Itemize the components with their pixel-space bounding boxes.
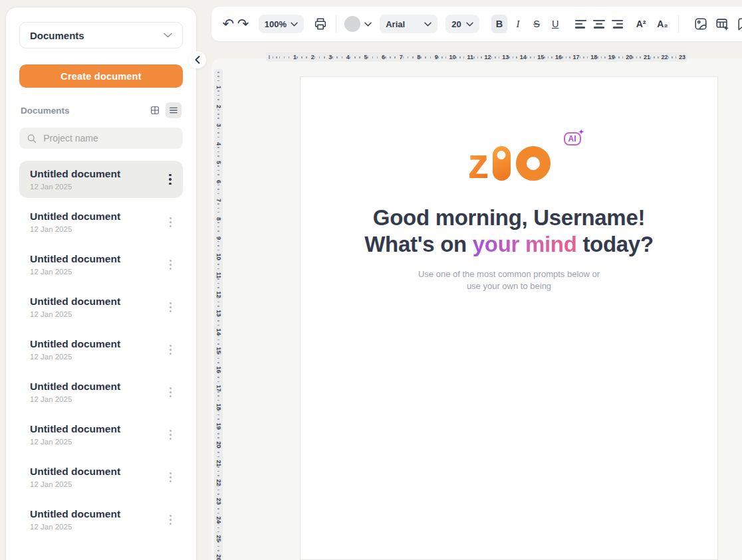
document-menu-button[interactable] xyxy=(162,294,179,320)
italic-button[interactable]: I xyxy=(510,15,526,33)
document-list-item[interactable]: Untitled document 12 Jan 2025 xyxy=(19,416,183,453)
document-list-item[interactable]: Untitled document 12 Jan 2025 xyxy=(19,373,183,411)
document-title: Untitled document xyxy=(30,338,120,350)
document-title: Untitled document xyxy=(30,381,120,393)
sidebar-collapse-button[interactable] xyxy=(189,51,206,68)
document-meta: Untitled document 12 Jan 2025 xyxy=(30,168,120,191)
document-menu-button[interactable] xyxy=(162,507,179,532)
document-menu-button[interactable] xyxy=(162,167,179,192)
logo-o-shape xyxy=(516,146,551,181)
document-date: 12 Jan 2025 xyxy=(30,353,120,361)
document-title: Untitled document xyxy=(30,508,120,520)
search-box[interactable] xyxy=(19,128,183,149)
zoom-value: 100% xyxy=(265,19,287,29)
vertical-ruler[interactable]: 1234567891011121314151617181920212223242… xyxy=(214,69,223,560)
search-icon xyxy=(27,134,36,143)
document-meta: Untitled document 12 Jan 2025 xyxy=(30,423,120,446)
bold-button[interactable]: B xyxy=(491,15,507,33)
grid-view-icon xyxy=(151,105,159,116)
document-meta: Untitled document 12 Jan 2025 xyxy=(30,211,120,233)
greeting-line2: What's on your mind today? xyxy=(364,232,654,256)
chevron-left-icon xyxy=(195,56,200,64)
document-title: Untitled document xyxy=(30,253,120,265)
document-meta: Untitled document 12 Jan 2025 xyxy=(30,338,120,361)
insert-image-button[interactable] xyxy=(693,17,708,31)
redo-button[interactable]: ↷ xyxy=(235,14,250,34)
search-input[interactable] xyxy=(42,132,175,144)
color-swatch xyxy=(344,16,360,32)
align-left-button[interactable] xyxy=(575,20,586,29)
document-page[interactable]: z AI ✦ Good morning, Username! What's on… xyxy=(300,76,718,560)
list-view-icon xyxy=(170,106,178,114)
workspace-selector[interactable]: Documents xyxy=(19,22,183,48)
document-date: 12 Jan 2025 xyxy=(30,523,120,531)
document-menu-button[interactable] xyxy=(162,422,179,447)
insert-table-button[interactable] xyxy=(715,17,729,31)
document-title: Untitled document xyxy=(30,168,120,180)
document-list-item[interactable]: Untitled document 12 Jan 2025 xyxy=(19,203,183,240)
document-list-item[interactable]: Untitled document 12 Jan 2025 xyxy=(19,161,183,198)
document-menu-button[interactable] xyxy=(162,252,179,277)
toolbar-divider xyxy=(678,15,679,33)
document-list: Untitled document 12 Jan 2025 Untitled d… xyxy=(6,161,196,538)
document-list-item[interactable]: Untitled document 12 Jan 2025 xyxy=(19,458,183,496)
comments-button[interactable] xyxy=(737,17,742,31)
ai-badge: AI ✦ xyxy=(564,132,581,145)
document-date: 12 Jan 2025 xyxy=(30,183,120,191)
text-color-select[interactable] xyxy=(344,16,372,32)
chevron-down-icon xyxy=(466,22,473,27)
document-list-item[interactable]: Untitled document 12 Jan 2025 xyxy=(19,331,183,368)
logo-i-shape xyxy=(493,146,511,181)
printer-icon xyxy=(313,17,328,31)
chevron-down-icon xyxy=(424,22,432,27)
chevron-down-icon xyxy=(164,33,172,38)
greeting-highlight: your mind xyxy=(473,232,577,256)
ruler-origin-marks xyxy=(269,55,277,59)
document-menu-button[interactable] xyxy=(162,464,179,490)
image-icon xyxy=(693,17,708,31)
chevron-down-icon xyxy=(291,22,298,27)
align-center-button[interactable] xyxy=(593,20,604,29)
document-meta: Untitled document 12 Jan 2025 xyxy=(30,466,120,488)
create-document-button[interactable]: Create document xyxy=(19,64,183,88)
comment-icon xyxy=(737,17,742,31)
superscript-button[interactable]: A² xyxy=(634,19,648,29)
document-title: Untitled document xyxy=(30,296,120,308)
document-meta: Untitled document 12 Jan 2025 xyxy=(30,381,120,403)
underline-button[interactable]: U xyxy=(547,15,563,33)
font-size-value: 20 xyxy=(451,19,461,29)
zoom-select[interactable]: 100% xyxy=(259,15,304,33)
documents-section-header: Documents xyxy=(21,102,182,118)
sparkle-icon: ✦ xyxy=(578,128,584,136)
toolbar-divider xyxy=(336,15,336,33)
list-view-button[interactable] xyxy=(166,102,182,118)
document-list-item[interactable]: Untitled document 12 Jan 2025 xyxy=(19,246,183,283)
toolbar: ↶ ↷ 100% Arial 20 B xyxy=(211,7,742,41)
undo-button[interactable]: ↶ xyxy=(221,14,235,34)
chevron-down-icon xyxy=(364,22,372,27)
font-size-select[interactable]: 20 xyxy=(445,15,479,33)
document-menu-button[interactable] xyxy=(162,209,179,234)
document-meta: Untitled document 12 Jan 2025 xyxy=(30,253,120,276)
grid-view-button[interactable] xyxy=(147,102,163,118)
document-list-item[interactable]: Untitled document 12 Jan 2025 xyxy=(19,288,183,326)
document-menu-button[interactable] xyxy=(162,337,179,362)
align-right-button[interactable] xyxy=(612,20,623,29)
print-button[interactable] xyxy=(313,17,328,31)
greeting-subtitle: Use one of the most common prompts below… xyxy=(301,268,717,292)
table-add-icon xyxy=(715,17,729,31)
document-list-item[interactable]: Untitled document 12 Jan 2025 xyxy=(19,501,183,538)
greeting-heading: Good morning, Username! What's on your m… xyxy=(301,205,717,258)
workspace-selector-value: Documents xyxy=(30,30,84,41)
font-family-select[interactable]: Arial xyxy=(380,15,437,33)
font-family-value: Arial xyxy=(386,19,405,29)
greeting-line1: Good morning, Username! xyxy=(373,205,645,230)
subscript-button[interactable]: A₂ xyxy=(655,19,670,29)
document-meta: Untitled document 12 Jan 2025 xyxy=(30,508,120,531)
strikethrough-button[interactable]: S xyxy=(529,15,545,33)
sidebar: Documents Create document Documents xyxy=(5,7,197,560)
document-title: Untitled document xyxy=(30,423,120,435)
horizontal-ruler[interactable]: 1234567891011121314151617181920212223 xyxy=(266,52,687,62)
document-menu-button[interactable] xyxy=(162,379,179,405)
document-title: Untitled document xyxy=(30,466,120,478)
